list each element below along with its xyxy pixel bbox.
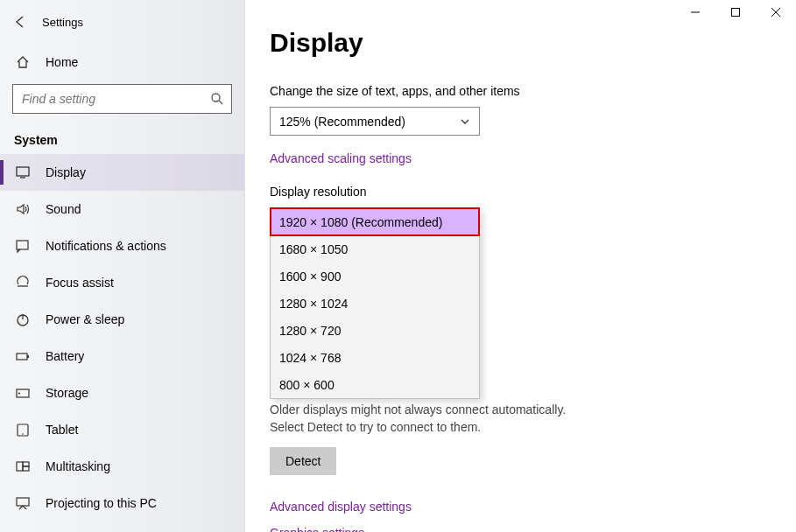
sidebar-item-label: Home	[46, 55, 78, 69]
sidebar-item-label: Tablet	[46, 423, 78, 437]
sidebar-item-sound[interactable]: Sound	[0, 191, 244, 228]
scale-label: Change the size of text, apps, and other…	[270, 84, 771, 98]
display-icon	[14, 164, 32, 181]
sidebar-item-focus-assist[interactable]: Focus assist	[0, 264, 244, 301]
sidebar-item-label: Focus assist	[46, 276, 114, 290]
sidebar-item-battery[interactable]: Battery	[0, 338, 244, 374]
svg-point-4	[212, 94, 220, 102]
svg-point-17	[22, 433, 24, 435]
svg-rect-21	[17, 498, 29, 506]
advanced-display-link[interactable]: Advanced display settings	[270, 500, 771, 514]
power-icon	[14, 311, 32, 328]
sidebar-item-tablet[interactable]: Tablet	[0, 411, 244, 448]
svg-rect-12	[17, 354, 27, 360]
sidebar-item-projecting[interactable]: Projecting to this PC	[0, 485, 244, 522]
detect-note: Older displays might not always connect …	[270, 401, 602, 437]
sidebar-item-storage[interactable]: Storage	[0, 374, 244, 411]
tablet-icon	[14, 421, 32, 438]
svg-line-5	[219, 101, 222, 104]
multitasking-icon	[14, 458, 32, 475]
resolution-option[interactable]: 1600 × 900	[271, 262, 479, 290]
svg-rect-20	[23, 466, 29, 471]
svg-point-15	[18, 393, 20, 395]
sidebar-item-notifications[interactable]: Notifications & actions	[0, 228, 244, 264]
sidebar-item-home[interactable]: Home	[0, 44, 244, 80]
sidebar-item-label: Battery	[46, 349, 84, 363]
resolution-option[interactable]: 1920 × 1080 (Recommended)	[271, 208, 479, 235]
sound-icon	[14, 200, 32, 218]
window-title: Settings	[42, 16, 83, 29]
resolution-option[interactable]: 1280 × 720	[271, 317, 479, 344]
advanced-scaling-link[interactable]: Advanced scaling settings	[270, 151, 412, 165]
sidebar-section-header: System	[0, 122, 244, 154]
detect-button[interactable]: Detect	[270, 447, 336, 475]
graphics-settings-link[interactable]: Graphics settings	[270, 526, 771, 532]
sidebar-item-display[interactable]: Display	[0, 154, 244, 191]
main-content: Display Change the size of text, apps, a…	[245, 0, 796, 532]
svg-rect-19	[23, 462, 29, 466]
resolution-option[interactable]: 1680 × 1050	[271, 235, 479, 262]
page-title: Display	[270, 28, 771, 58]
resolution-option[interactable]: 1280 × 1024	[271, 290, 479, 317]
sidebar-item-label: Sound	[46, 202, 81, 216]
notifications-icon	[14, 237, 32, 255]
chevron-down-icon	[460, 116, 470, 127]
svg-rect-6	[17, 167, 29, 176]
search-input-wrapper[interactable]	[12, 84, 232, 114]
resolution-dropdown[interactable]: 1920 × 1080 (Recommended) 1680 × 1050 16…	[270, 207, 480, 399]
battery-icon	[14, 347, 32, 365]
sidebar-item-label: Power & sleep	[46, 312, 124, 326]
home-icon	[14, 53, 32, 71]
storage-icon	[14, 384, 32, 402]
search-icon	[210, 92, 224, 106]
resolution-label: Display resolution	[270, 185, 771, 199]
resolution-option[interactable]: 800 × 600	[271, 371, 479, 398]
sidebar-item-power-sleep[interactable]: Power & sleep	[0, 301, 244, 338]
sidebar-item-label: Notifications & actions	[46, 239, 166, 253]
sidebar-item-multitasking[interactable]: Multitasking	[0, 448, 244, 485]
svg-rect-8	[17, 241, 28, 249]
sidebar-item-label: Display	[46, 165, 86, 179]
resolution-option[interactable]: 1024 × 768	[271, 344, 479, 371]
back-button[interactable]	[7, 9, 33, 35]
projecting-icon	[14, 494, 32, 512]
scale-value: 125% (Recommended)	[279, 115, 405, 129]
svg-rect-18	[17, 462, 23, 471]
sidebar-item-label: Storage	[46, 386, 88, 400]
scale-combobox[interactable]: 125% (Recommended)	[270, 107, 480, 136]
focus-assist-icon	[14, 274, 32, 291]
search-input[interactable]	[20, 91, 210, 107]
svg-rect-13	[27, 355, 29, 358]
sidebar: Settings Home System Display Sound	[0, 0, 245, 532]
sidebar-item-label: Projecting to this PC	[46, 496, 157, 510]
sidebar-item-label: Multitasking	[46, 459, 110, 473]
